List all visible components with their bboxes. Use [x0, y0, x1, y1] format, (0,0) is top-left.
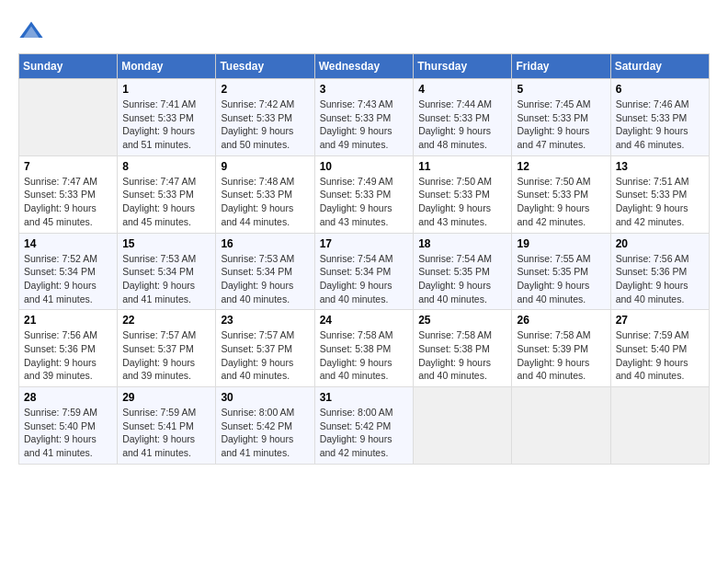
page-header: [18, 18, 710, 44]
day-cell: 11Sunrise: 7:50 AM Sunset: 5:33 PM Dayli…: [414, 155, 512, 233]
day-cell: 12Sunrise: 7:50 AM Sunset: 5:33 PM Dayli…: [512, 155, 610, 233]
day-cell: 16Sunrise: 7:53 AM Sunset: 5:34 PM Dayli…: [216, 233, 314, 310]
day-cell: [19, 79, 118, 156]
day-number: 26: [517, 314, 605, 327]
day-info: Sunrise: 7:47 AM Sunset: 5:33 PM Dayligh…: [24, 175, 112, 229]
day-info: Sunrise: 7:59 AM Sunset: 5:40 PM Dayligh…: [616, 328, 704, 383]
logo: [18, 18, 48, 44]
day-cell: 8Sunrise: 7:47 AM Sunset: 5:33 PM Daylig…: [118, 155, 216, 233]
weekday-header-wednesday: Wednesday: [314, 54, 414, 79]
day-info: Sunrise: 8:00 AM Sunset: 5:42 PM Dayligh…: [320, 406, 409, 460]
day-number: 7: [24, 160, 112, 173]
day-number: 6: [616, 83, 704, 96]
week-row-2: 7Sunrise: 7:47 AM Sunset: 5:33 PM Daylig…: [19, 155, 710, 233]
day-number: 4: [418, 83, 506, 96]
day-cell: 7Sunrise: 7:47 AM Sunset: 5:33 PM Daylig…: [19, 155, 118, 233]
day-number: 11: [418, 160, 506, 173]
day-number: 1: [122, 83, 210, 96]
day-cell: 15Sunrise: 7:53 AM Sunset: 5:34 PM Dayli…: [118, 233, 216, 310]
day-info: Sunrise: 7:45 AM Sunset: 5:33 PM Dayligh…: [517, 98, 605, 152]
day-cell: 28Sunrise: 7:59 AM Sunset: 5:40 PM Dayli…: [19, 387, 118, 465]
weekday-header-thursday: Thursday: [414, 54, 512, 79]
day-info: Sunrise: 7:53 AM Sunset: 5:34 PM Dayligh…: [221, 252, 309, 306]
day-info: Sunrise: 7:44 AM Sunset: 5:33 PM Dayligh…: [418, 98, 506, 152]
day-info: Sunrise: 7:51 AM Sunset: 5:33 PM Dayligh…: [616, 175, 704, 229]
day-number: 28: [24, 391, 112, 404]
day-number: 14: [24, 237, 112, 250]
day-cell: 3Sunrise: 7:43 AM Sunset: 5:33 PM Daylig…: [314, 79, 414, 156]
day-number: 12: [517, 160, 605, 173]
day-cell: 18Sunrise: 7:54 AM Sunset: 5:35 PM Dayli…: [414, 233, 512, 310]
day-cell: 26Sunrise: 7:58 AM Sunset: 5:39 PM Dayli…: [512, 310, 610, 387]
weekday-header-tuesday: Tuesday: [216, 54, 314, 79]
day-number: 3: [320, 83, 409, 96]
day-info: Sunrise: 7:41 AM Sunset: 5:33 PM Dayligh…: [122, 98, 210, 152]
weekday-header-row: SundayMondayTuesdayWednesdayThursdayFrid…: [19, 54, 710, 79]
day-info: Sunrise: 7:54 AM Sunset: 5:35 PM Dayligh…: [418, 252, 506, 306]
day-info: Sunrise: 7:58 AM Sunset: 5:38 PM Dayligh…: [418, 328, 506, 383]
day-number: 22: [122, 314, 210, 327]
day-cell: 23Sunrise: 7:57 AM Sunset: 5:37 PM Dayli…: [216, 310, 314, 387]
day-number: 2: [221, 83, 309, 96]
day-number: 16: [221, 237, 309, 250]
day-info: Sunrise: 7:48 AM Sunset: 5:33 PM Dayligh…: [221, 175, 309, 229]
day-cell: 13Sunrise: 7:51 AM Sunset: 5:33 PM Dayli…: [610, 155, 709, 233]
day-cell: 5Sunrise: 7:45 AM Sunset: 5:33 PM Daylig…: [512, 79, 610, 156]
day-info: Sunrise: 7:59 AM Sunset: 5:40 PM Dayligh…: [24, 406, 112, 460]
week-row-5: 28Sunrise: 7:59 AM Sunset: 5:40 PM Dayli…: [19, 387, 710, 465]
logo-icon: [18, 18, 44, 44]
day-cell: 19Sunrise: 7:55 AM Sunset: 5:35 PM Dayli…: [512, 233, 610, 310]
day-info: Sunrise: 7:55 AM Sunset: 5:35 PM Dayligh…: [517, 252, 605, 306]
day-cell: 2Sunrise: 7:42 AM Sunset: 5:33 PM Daylig…: [216, 79, 314, 156]
day-number: 24: [320, 314, 409, 327]
day-number: 29: [122, 391, 210, 404]
day-info: Sunrise: 7:42 AM Sunset: 5:33 PM Dayligh…: [221, 98, 309, 152]
day-info: Sunrise: 7:43 AM Sunset: 5:33 PM Dayligh…: [320, 98, 409, 152]
day-number: 27: [616, 314, 704, 327]
day-info: Sunrise: 7:57 AM Sunset: 5:37 PM Dayligh…: [122, 328, 210, 383]
day-number: 19: [517, 237, 605, 250]
day-info: Sunrise: 7:56 AM Sunset: 5:36 PM Dayligh…: [24, 328, 112, 383]
day-info: Sunrise: 7:57 AM Sunset: 5:37 PM Dayligh…: [221, 328, 309, 383]
weekday-header-saturday: Saturday: [610, 54, 709, 79]
day-cell: 27Sunrise: 7:59 AM Sunset: 5:40 PM Dayli…: [610, 310, 709, 387]
day-cell: 21Sunrise: 7:56 AM Sunset: 5:36 PM Dayli…: [19, 310, 118, 387]
day-info: Sunrise: 7:53 AM Sunset: 5:34 PM Dayligh…: [122, 252, 210, 306]
week-row-3: 14Sunrise: 7:52 AM Sunset: 5:34 PM Dayli…: [19, 233, 710, 310]
day-info: Sunrise: 7:58 AM Sunset: 5:39 PM Dayligh…: [517, 328, 605, 383]
day-info: Sunrise: 7:50 AM Sunset: 5:33 PM Dayligh…: [517, 175, 605, 229]
calendar-table: SundayMondayTuesdayWednesdayThursdayFrid…: [18, 53, 710, 465]
day-cell: 31Sunrise: 8:00 AM Sunset: 5:42 PM Dayli…: [314, 387, 414, 465]
day-cell: [610, 387, 709, 465]
weekday-header-monday: Monday: [118, 54, 216, 79]
day-number: 13: [616, 160, 704, 173]
day-number: 10: [320, 160, 409, 173]
week-row-4: 21Sunrise: 7:56 AM Sunset: 5:36 PM Dayli…: [19, 310, 710, 387]
day-info: Sunrise: 7:47 AM Sunset: 5:33 PM Dayligh…: [122, 175, 210, 229]
day-number: 18: [418, 237, 506, 250]
day-cell: 10Sunrise: 7:49 AM Sunset: 5:33 PM Dayli…: [314, 155, 414, 233]
weekday-header-sunday: Sunday: [19, 54, 118, 79]
day-info: Sunrise: 7:59 AM Sunset: 5:41 PM Dayligh…: [122, 406, 210, 460]
day-cell: [414, 387, 512, 465]
day-cell: [512, 387, 610, 465]
day-cell: 14Sunrise: 7:52 AM Sunset: 5:34 PM Dayli…: [19, 233, 118, 310]
day-cell: 1Sunrise: 7:41 AM Sunset: 5:33 PM Daylig…: [118, 79, 216, 156]
day-info: Sunrise: 7:52 AM Sunset: 5:34 PM Dayligh…: [24, 252, 112, 306]
day-cell: 30Sunrise: 8:00 AM Sunset: 5:42 PM Dayli…: [216, 387, 314, 465]
day-number: 31: [320, 391, 409, 404]
day-cell: 25Sunrise: 7:58 AM Sunset: 5:38 PM Dayli…: [414, 310, 512, 387]
day-info: Sunrise: 7:56 AM Sunset: 5:36 PM Dayligh…: [616, 252, 704, 306]
day-cell: 22Sunrise: 7:57 AM Sunset: 5:37 PM Dayli…: [118, 310, 216, 387]
day-number: 15: [122, 237, 210, 250]
day-cell: 6Sunrise: 7:46 AM Sunset: 5:33 PM Daylig…: [610, 79, 709, 156]
day-number: 21: [24, 314, 112, 327]
day-number: 30: [221, 391, 309, 404]
day-info: Sunrise: 7:49 AM Sunset: 5:33 PM Dayligh…: [320, 175, 409, 229]
day-info: Sunrise: 7:58 AM Sunset: 5:38 PM Dayligh…: [320, 328, 409, 383]
day-info: Sunrise: 7:54 AM Sunset: 5:34 PM Dayligh…: [320, 252, 409, 306]
day-number: 20: [616, 237, 704, 250]
week-row-1: 1Sunrise: 7:41 AM Sunset: 5:33 PM Daylig…: [19, 79, 710, 156]
weekday-header-friday: Friday: [512, 54, 610, 79]
day-cell: 29Sunrise: 7:59 AM Sunset: 5:41 PM Dayli…: [118, 387, 216, 465]
